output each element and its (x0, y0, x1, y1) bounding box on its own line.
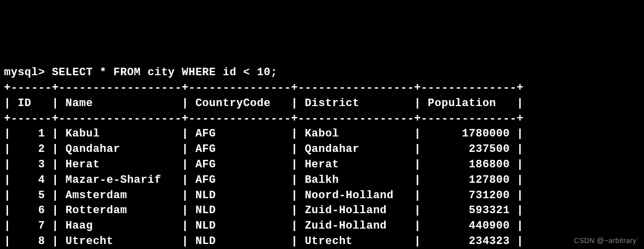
watermark: CSDN @~arbitrary` (574, 236, 639, 246)
table-header-row: | ID | Name | CountryCode | District | P… (4, 97, 523, 110)
mysql-prompt: mysql> (4, 66, 52, 79)
table-border-mid: +------+------------------+-------------… (4, 113, 523, 125)
terminal-output: mysql> SELECT * FROM city WHERE id < 10;… (4, 65, 640, 249)
table-body: | 1 | Kabul | AFG | Kabol | 1780000 | | … (4, 127, 523, 249)
sql-query: SELECT * FROM city WHERE id < 10; (52, 66, 277, 79)
table-border-top: +------+------------------+-------------… (4, 82, 523, 94)
